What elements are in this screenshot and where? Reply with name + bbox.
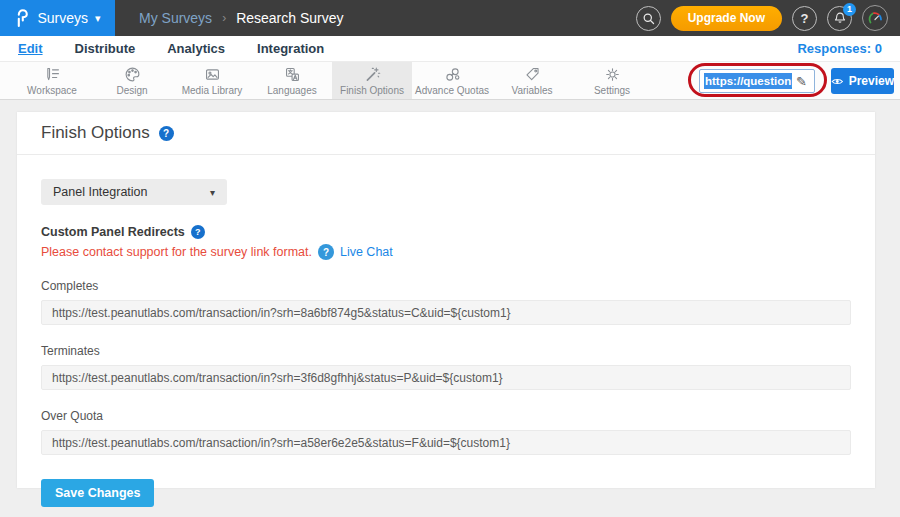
tag-icon: [524, 66, 541, 83]
support-warning-line: Please contact support for the survey li…: [41, 244, 851, 260]
toolbar-tab-media-library[interactable]: Media Library: [172, 62, 252, 99]
nav-tab-distribute[interactable]: Distribute: [75, 41, 136, 56]
completes-input[interactable]: [41, 300, 851, 325]
save-changes-button[interactable]: Save Changes: [41, 479, 154, 507]
nav-tab-edit[interactable]: Edit: [18, 41, 43, 56]
live-chat-icon[interactable]: ?: [318, 244, 334, 260]
over-quota-label: Over Quota: [41, 409, 851, 423]
chain-link-icon: [444, 66, 461, 83]
toolbar-tab-finish-options[interactable]: Finish Options: [332, 62, 412, 99]
topbar-actions: Upgrade Now ? 1: [636, 0, 900, 36]
search-button[interactable]: [636, 6, 661, 31]
breadcrumb-separator: ›: [222, 11, 226, 25]
custom-panel-redirects-heading: Custom Panel Redirects ?: [41, 225, 851, 239]
over-quota-input[interactable]: [41, 430, 851, 455]
toolbar-tab-design[interactable]: Design: [92, 62, 172, 99]
main-content: Finish Options ? Panel Integration ▾ Cus…: [0, 100, 900, 517]
nav-tab-analytics[interactable]: Analytics: [167, 41, 225, 56]
user-avatar[interactable]: [862, 5, 888, 31]
completes-label: Completes: [41, 279, 851, 293]
responses-count[interactable]: Responses: 0: [797, 41, 882, 56]
finish-options-card: Finish Options ? Panel Integration ▾ Cus…: [17, 112, 875, 488]
terminates-field-group: Terminates: [41, 344, 851, 390]
search-icon: [642, 12, 655, 25]
dropdown-selected-value: Panel Integration: [53, 185, 148, 199]
eye-icon: [831, 75, 844, 88]
breadcrumb: My Surveys › Research Survey: [139, 0, 344, 36]
edit-toolbar: Workspace Design Media Library Languages: [0, 62, 900, 100]
survey-nav: Edit Distribute Analytics Integration Re…: [0, 36, 900, 62]
surveys-product-menu[interactable]: Surveys ▾: [0, 0, 115, 36]
notifications-button[interactable]: 1: [827, 6, 852, 31]
survey-url-input[interactable]: https://questionpro.com/t/A ✎: [699, 69, 815, 93]
product-name: Surveys: [37, 10, 88, 26]
gauge-avatar-icon: [866, 9, 884, 27]
breadcrumb-current-survey: Research Survey: [236, 10, 343, 26]
chevron-down-icon: ▾: [210, 187, 215, 198]
toolbar-tab-settings[interactable]: Settings: [572, 62, 652, 99]
magic-wand-icon: [364, 66, 381, 83]
terminates-input[interactable]: [41, 365, 851, 390]
topbar: Surveys ▾ My Surveys › Research Survey U…: [0, 0, 900, 36]
card-body: Panel Integration ▾ Custom Panel Redirec…: [17, 155, 875, 507]
page-title: Finish Options: [41, 123, 150, 143]
over-quota-field-group: Over Quota: [41, 409, 851, 455]
image-icon: [204, 66, 221, 83]
finish-options-help-icon[interactable]: ?: [159, 126, 174, 141]
palette-icon: [124, 66, 141, 83]
panel-integration-dropdown[interactable]: Panel Integration ▾: [41, 179, 227, 205]
chevron-down-icon: ▾: [95, 12, 101, 25]
nav-tab-integration[interactable]: Integration: [257, 41, 324, 56]
survey-url-selected-text: https://questionpro.com/t/A: [704, 73, 792, 89]
help-button[interactable]: ?: [792, 6, 817, 31]
upgrade-now-button[interactable]: Upgrade Now: [671, 6, 782, 31]
live-chat-link[interactable]: Live Chat: [340, 245, 393, 259]
redirects-help-icon[interactable]: ?: [191, 225, 205, 239]
terminates-label: Terminates: [41, 344, 851, 358]
question-icon: ?: [801, 11, 809, 26]
preview-button[interactable]: Preview: [831, 68, 894, 94]
completes-field-group: Completes: [41, 279, 851, 325]
card-header: Finish Options ?: [17, 112, 875, 155]
toolbar-tab-workspace[interactable]: Workspace: [12, 62, 92, 99]
breadcrumb-my-surveys[interactable]: My Surveys: [139, 10, 212, 26]
toolbar-tab-languages[interactable]: Languages: [252, 62, 332, 99]
notification-badge: 1: [843, 3, 856, 16]
warning-text: Please contact support for the survey li…: [41, 245, 312, 259]
questionpro-logo-icon: [14, 7, 30, 29]
list-pencil-icon: [44, 66, 61, 83]
edit-url-pencil-icon[interactable]: ✎: [796, 74, 807, 89]
gear-icon: [604, 66, 621, 83]
toolbar-tab-variables[interactable]: Variables: [492, 62, 572, 99]
translate-icon: [284, 66, 301, 83]
toolbar-tab-advance-quotas[interactable]: Advance Quotas: [412, 62, 492, 99]
